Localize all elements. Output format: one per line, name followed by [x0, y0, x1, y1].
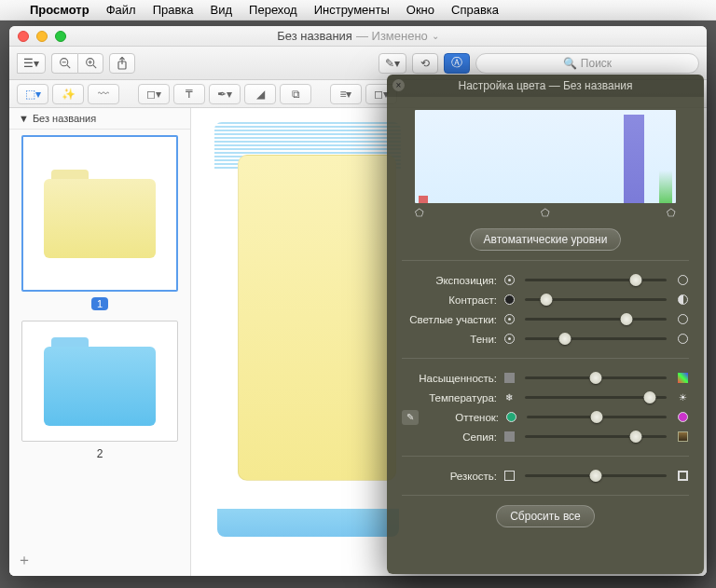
shadows-slider-row: Тени: [402, 329, 689, 349]
chevron-down-icon: ⌄ [432, 31, 439, 41]
traffic-lights [18, 31, 66, 42]
contrast-slider[interactable] [525, 298, 667, 301]
contrast-low-icon [503, 294, 516, 307]
add-page-button[interactable]: ＋ [17, 551, 32, 570]
thumbnail-frame [21, 321, 178, 442]
panel-titlebar[interactable]: × Настройка цвета — Без названия [387, 75, 704, 97]
highlights-slider-row: Светлые участки: [402, 309, 689, 329]
sharpness-low-icon [503, 470, 516, 483]
sign-button[interactable]: ✒▾ [209, 84, 241, 104]
panel-close-button[interactable]: × [392, 79, 405, 91]
tint-slider[interactable] [527, 416, 667, 418]
histogram-handles[interactable]: ⬠ ⬠ ⬠ [415, 207, 676, 219]
search-icon: 🔍 [563, 57, 577, 70]
share-button[interactable] [109, 53, 135, 74]
shadows-slider[interactable] [525, 337, 667, 340]
highlights-high-icon [676, 313, 689, 326]
contrast-slider-row: Контраст: [402, 290, 689, 309]
temperature-slider[interactable] [525, 396, 667, 399]
highlights-slider[interactable] [525, 318, 667, 321]
temperature-cold-icon: ❄ [503, 391, 516, 404]
search-placeholder: Поиск [581, 57, 612, 70]
menu-go[interactable]: Переход [249, 3, 297, 17]
tint-label: Оттенок: [422, 412, 499, 423]
titlebar[interactable]: Без названия — Изменено ⌄ [9, 26, 707, 47]
auto-levels-button[interactable]: Автоматические уровни [470, 228, 622, 251]
text-button[interactable]: ₸ [173, 84, 205, 104]
adjust-color-button[interactable]: ◢ [244, 84, 276, 104]
shadows-label: Тени: [402, 334, 497, 345]
title-text: Без названия [277, 29, 352, 43]
histogram [415, 110, 676, 203]
temperature-warm-icon: ☀ [676, 391, 689, 404]
sidebar-header[interactable]: ▼ Без названия [9, 108, 190, 130]
thumbnail-1[interactable]: 1 [15, 135, 185, 311]
instant-alpha-button[interactable]: ✨ [52, 84, 84, 104]
thumbnail-frame [21, 135, 178, 292]
line-style-button[interactable]: ≡▾ [330, 84, 362, 104]
saturation-slider[interactable] [525, 376, 667, 379]
menu-tools[interactable]: Инструменты [314, 3, 390, 17]
sharpness-slider[interactable] [525, 474, 667, 477]
temperature-label: Температура: [402, 392, 497, 403]
minimize-button[interactable] [36, 31, 48, 42]
saturation-slider-row: Насыщенность: [402, 368, 689, 388]
svg-line-4 [92, 65, 95, 68]
zoom-button[interactable] [55, 31, 66, 42]
markup-toggle-button[interactable]: Ⓐ [444, 53, 470, 74]
shadows-high-icon [676, 333, 689, 346]
adjust-color-panel[interactable]: × Настройка цвета — Без названия ⬠ ⬠ ⬠ А… [387, 75, 704, 574]
mid-point-handle[interactable]: ⬠ [541, 207, 550, 219]
view-sidebar-button[interactable]: ☰▾ [17, 53, 46, 74]
sidebar-header-label: Без названия [33, 113, 96, 124]
menu-edit[interactable]: Правка [153, 3, 194, 17]
canvas-folder-yellow [238, 155, 396, 481]
menu-window[interactable]: Окно [406, 3, 434, 17]
system-menubar: Просмотр Файл Правка Вид Переход Инструм… [0, 0, 716, 21]
zoom-segment [51, 53, 103, 74]
sepia-slider[interactable] [525, 435, 667, 438]
folder-yellow-icon [44, 170, 156, 258]
search-field[interactable]: 🔍 Поиск [475, 53, 699, 74]
canvas-blue-bottom [217, 509, 399, 537]
exposure-slider-row: Экспозиция: [402, 270, 689, 290]
close-button[interactable] [18, 31, 29, 42]
menu-view[interactable]: Вид [211, 3, 233, 17]
disclosure-triangle-icon[interactable]: ▼ [19, 113, 29, 124]
menu-help[interactable]: Справка [451, 3, 499, 17]
saturation-high-icon [676, 372, 689, 385]
panel-title-text: Настройка цвета — Без названия [458, 79, 632, 92]
exposure-slider[interactable] [525, 279, 667, 281]
thumbnail-2[interactable]: 2 [15, 321, 185, 460]
exposure-label: Экспозиция: [402, 275, 497, 286]
adjust-size-button[interactable]: ⧉ [280, 84, 311, 104]
black-point-handle[interactable]: ⬠ [415, 207, 424, 219]
highlight-button[interactable]: ✎▾ [379, 53, 406, 74]
shadows-low-icon [503, 333, 516, 346]
thumbnail-label: 2 [15, 447, 185, 460]
zoom-in-button[interactable] [77, 53, 103, 74]
svg-line-1 [67, 65, 70, 68]
folder-blue-icon [44, 337, 156, 426]
exposure-low-icon [503, 274, 516, 287]
window-title[interactable]: Без названия — Изменено ⌄ [277, 29, 439, 43]
reset-all-button[interactable]: Сбросить все [496, 505, 595, 527]
tint-magenta-icon [676, 411, 689, 424]
white-point-handle[interactable]: ⬠ [667, 207, 676, 219]
thumbnail-list: 1 2 [9, 130, 190, 576]
saturation-label: Насыщенность: [402, 373, 497, 384]
rotate-button[interactable]: ⟲ [412, 53, 438, 74]
tint-slider-row: ✎ Оттенок: [402, 407, 689, 427]
sketch-button[interactable]: 〰 [88, 84, 119, 104]
menu-file[interactable]: Файл [106, 3, 136, 17]
contrast-high-icon [676, 294, 689, 307]
temperature-slider-row: Температура: ❄ ☀ [402, 388, 689, 407]
zoom-out-button[interactable] [51, 53, 77, 74]
selection-tool-button[interactable]: ⬚▾ [17, 84, 48, 104]
shapes-button[interactable]: ◻▾ [138, 84, 170, 104]
sidebar-mode-segment: ☰▾ [17, 53, 46, 74]
eyedropper-button[interactable]: ✎ [402, 410, 419, 425]
sepia-label: Сепия: [402, 431, 497, 443]
exposure-high-icon [676, 274, 689, 287]
app-name[interactable]: Просмотр [30, 3, 90, 17]
